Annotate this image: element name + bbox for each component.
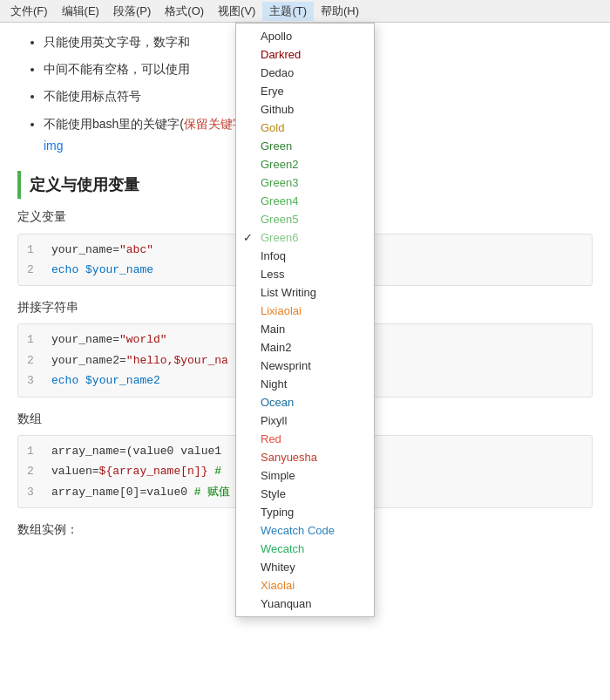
theme-option[interactable]: Red [236,430,374,448]
theme-option[interactable]: Main2 [236,338,374,357]
theme-option[interactable]: Green [236,137,374,155]
theme-option[interactable]: Yuanquan [236,595,374,613]
theme-option[interactable]: Green2 [236,155,374,173]
theme-option[interactable]: Dedao [236,64,374,82]
theme-option[interactable]: Less [236,265,374,283]
menu-format[interactable]: 格式(O) [158,2,211,21]
theme-option[interactable]: Ocean [236,393,374,411]
theme-option[interactable]: Night [236,375,374,393]
theme-option[interactable]: Typing [236,503,374,521]
theme-option[interactable]: Green4 [236,192,374,210]
menu-file[interactable]: 文件(F) [3,2,55,21]
theme-option[interactable]: Main [236,320,374,338]
theme-option[interactable]: Sanyuesha [236,448,374,466]
menu-help[interactable]: 帮助(H) [314,2,366,21]
theme-option[interactable]: Newsprint [236,357,374,375]
menu-para[interactable]: 段落(P) [106,2,158,21]
theme-option[interactable]: Wecatch [236,540,374,558]
img-link[interactable]: img [44,139,64,153]
theme-option[interactable]: Gold [236,119,374,137]
theme-dropdown: ApolloDarkredDedaoEryeGithubGoldGreenGre… [235,23,375,617]
theme-option[interactable]: Pixyll [236,411,374,430]
menubar: 文件(F) 编辑(E) 段落(P) 格式(O) 视图(V) 主题(T) 帮助(H… [0,0,610,23]
theme-option[interactable]: Github [236,100,374,119]
theme-option[interactable]: Wecatch Code [236,521,374,540]
theme-option[interactable]: Simple [236,466,374,485]
theme-option[interactable]: Erye [236,82,374,100]
menu-view[interactable]: 视图(V) [211,2,262,21]
theme-option[interactable]: Green3 [236,173,374,192]
theme-option[interactable]: Lixiaolai [236,302,374,320]
theme-option[interactable]: Darkred [236,45,374,64]
theme-option[interactable]: Green6 [236,228,374,247]
theme-option[interactable]: Style [236,485,374,503]
menu-theme[interactable]: 主题(T) [262,2,314,21]
menu-edit[interactable]: 编辑(E) [55,2,106,21]
theme-option[interactable]: Whitey [236,558,374,576]
theme-option[interactable]: Apollo [236,27,374,45]
theme-option[interactable]: List Writing [236,283,374,302]
theme-option[interactable]: Infoq [236,247,374,265]
theme-option[interactable]: Green5 [236,210,374,228]
theme-option[interactable]: Xiaolai [236,576,374,595]
